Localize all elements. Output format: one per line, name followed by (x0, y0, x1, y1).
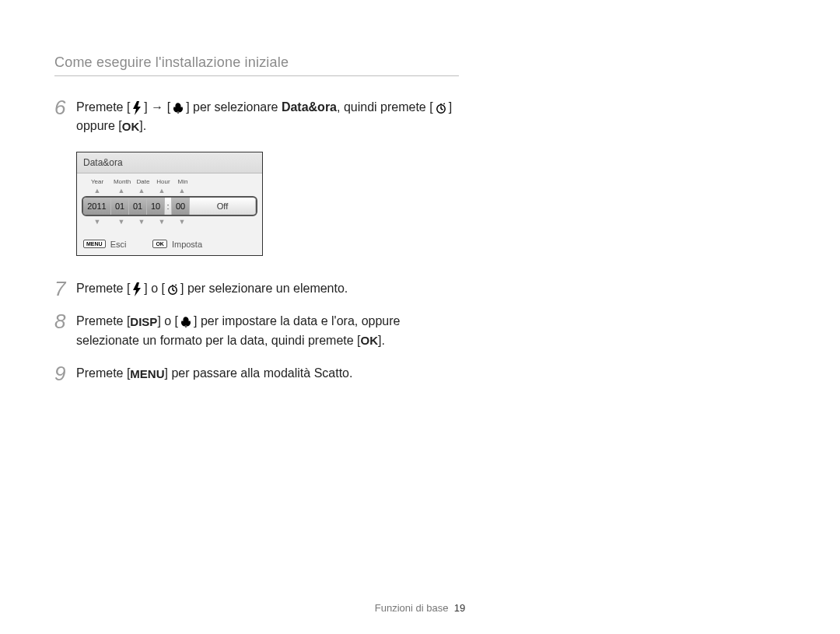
page-number: 19 (454, 602, 465, 614)
label-year: Year (85, 178, 110, 185)
menu-chip-icon: MENU (83, 240, 106, 248)
step-7: 7 Premete [] o [] per selezionare un ele… (54, 279, 459, 298)
section-header: Come eseguire l'installazione iniziale (54, 54, 459, 71)
picker-min[interactable]: 00 (172, 198, 190, 215)
footer-imposta: Imposta (172, 240, 202, 249)
arrow-down-icon: ▼ (113, 218, 130, 226)
disp-glyph: DISP (130, 313, 157, 331)
macro-icon (172, 102, 184, 114)
page-footer: Funzioni di base 19 (0, 602, 840, 614)
footer-label: Funzioni di base (375, 602, 449, 614)
timer-icon (166, 283, 179, 296)
picker-date[interactable]: 01 (129, 198, 147, 215)
step-6: 6 Premete [] → [] per selezionare Data&o… (54, 98, 459, 136)
picker-colon: : (165, 198, 172, 215)
arrows-down: ▼ ▼ ▼ ▼ ▼ (77, 216, 262, 227)
text: ]. (378, 334, 385, 347)
datetime-screen: Data&ora Year Month Date Hour Min ▲ ▲ ▲ … (76, 152, 263, 256)
picker-year[interactable]: 2011 (83, 198, 111, 215)
text: ] per selezionare (186, 100, 282, 114)
text: Premete [ (76, 282, 130, 295)
arrow-down-icon: ▼ (153, 218, 170, 226)
step-body: Premete [MENU] per passare alla modalità… (76, 364, 352, 384)
text: Premete [ (76, 100, 130, 114)
arrow-up-icon: ▲ (133, 187, 150, 194)
ok-glyph: OK (122, 117, 140, 136)
label-hour: Hour (155, 178, 172, 185)
footer-esci: Esci (110, 240, 127, 249)
ok-chip-icon: OK (152, 240, 167, 248)
arrow-down-icon: ▼ (173, 218, 191, 226)
step-number: 8 (54, 312, 76, 331)
screen-footer: MENU Esci OK Imposta (77, 233, 262, 255)
picker-mode[interactable]: Off (190, 198, 256, 215)
arrow-up-icon: ▲ (173, 187, 191, 194)
step-8: 8 Premete [DISP] o [] per impostare la d… (54, 312, 459, 351)
step-body: Premete [] → [] per selezionare Data&ora… (76, 98, 459, 136)
screen-title: Data&ora (77, 152, 262, 173)
header-rule (54, 75, 459, 76)
step-body: Premete [] o [] per selezionare un eleme… (76, 279, 348, 298)
step-number: 7 (54, 279, 76, 298)
flash-icon (131, 101, 142, 115)
macro-icon (180, 316, 192, 328)
picker-month[interactable]: 01 (111, 198, 129, 215)
arrow-up-icon: ▲ (85, 187, 110, 194)
ok-glyph: OK (361, 331, 379, 350)
step-number: 6 (54, 98, 76, 117)
text: Premete [ (76, 314, 130, 328)
step-number: 9 (54, 364, 76, 383)
menu-glyph: MENU (130, 365, 164, 384)
flash-icon (131, 282, 142, 296)
step-9: 9 Premete [MENU] per passare alla modali… (54, 364, 459, 384)
arrow-down-icon: ▼ (133, 218, 150, 226)
text: , quindi premete [ (337, 100, 433, 114)
text: ] o [ (157, 314, 178, 328)
label-min: Min (175, 178, 191, 185)
arrow-up-icon: ▲ (113, 187, 130, 194)
text: ] per selezionare un elemento. (180, 282, 348, 295)
arrows-up: ▲ ▲ ▲ ▲ ▲ (77, 185, 262, 196)
text: Premete [ (76, 366, 130, 380)
datetime-picker[interactable]: 2011 01 01 10 : 00 Off (82, 196, 257, 216)
picker-hour[interactable]: 10 (147, 198, 165, 215)
arrow-up-icon: ▲ (153, 187, 170, 194)
label-date: Date (135, 178, 152, 185)
text: ] → [ (144, 100, 170, 114)
text: ] per passare alla modalità Scatto. (165, 366, 353, 380)
timer-icon (435, 102, 447, 114)
picker-labels: Year Month Date Hour Min (77, 173, 262, 185)
label-month: Month (113, 178, 131, 185)
text: ]. (139, 119, 146, 132)
arrow-down-icon: ▼ (85, 218, 110, 226)
step-body: Premete [DISP] o [] per impostare la dat… (76, 312, 459, 351)
text: ] o [ (144, 282, 165, 295)
bold-label: Data&ora (282, 100, 337, 114)
